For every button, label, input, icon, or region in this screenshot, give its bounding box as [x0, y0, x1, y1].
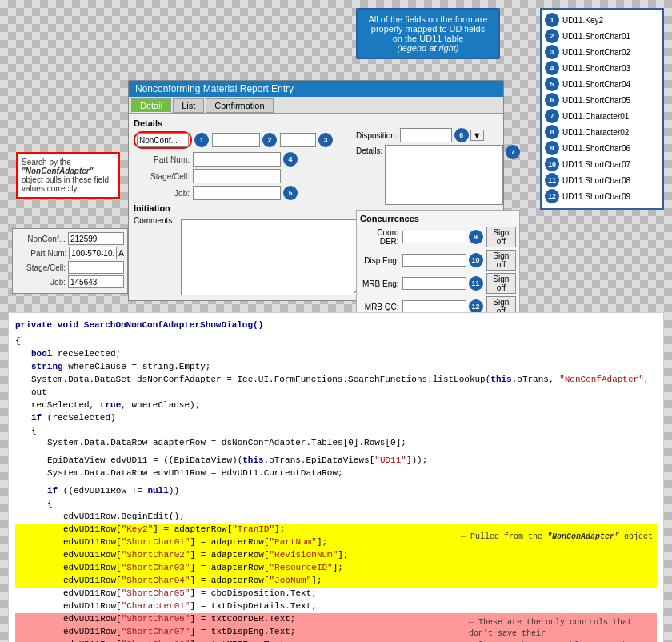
- code-line-char01: edvUD11Row["Character01"] = txtDispDetai…: [15, 600, 657, 613]
- code-yl-4: edvUD11Row["ShortChar03"] = adapterRow["…: [15, 562, 657, 575]
- sign-off-btn-0[interactable]: Sign off: [486, 227, 516, 247]
- concurrence-label-3: MRB QC:: [360, 303, 399, 311]
- callout-italic: (legend at right): [397, 43, 458, 53]
- stagecell-input[interactable]: [193, 169, 281, 183]
- code-line-7: EpiDataView edvUD11 = ((EpiDataView)(thi…: [15, 455, 657, 467]
- concurrence-input-0[interactable]: [402, 231, 466, 243]
- legend-num-2: 2: [545, 29, 559, 43]
- nonconf-input[interactable]: [137, 133, 189, 147]
- form-tabs: Detail List Confirmation: [129, 97, 503, 114]
- legend-item-11: 11UD11.ShortChar08: [545, 173, 659, 187]
- callout-text: All of the fields on the form are proper…: [368, 14, 487, 43]
- legend-label-8: UD11.Character02: [562, 128, 629, 137]
- legend-label-4: UD11.ShortChar03: [562, 64, 630, 73]
- form-right-section: Disposition: 6 ▼ Details: 7 Concurrences…: [356, 128, 520, 323]
- comments-label: Comments:: [134, 216, 174, 295]
- legend-item-12: 12UD11.ShortChar09: [545, 189, 659, 203]
- mini-job-input[interactable]: [68, 275, 124, 288]
- legend-item-3: 3UD11.ShortChar02: [545, 45, 659, 59]
- sign-off-btn-1[interactable]: Sign off: [486, 250, 516, 271]
- comments-textarea[interactable]: [181, 219, 361, 295]
- concurrence-badge-1: 10: [469, 253, 483, 267]
- legend-label-5: UD11.ShortChar04: [562, 80, 630, 89]
- job-label: Job:: [134, 189, 190, 198]
- partnum-input[interactable]: [193, 152, 281, 167]
- badge-2: 2: [262, 133, 277, 147]
- legend-item-10: 10UD11.ShortChar07: [545, 157, 659, 171]
- code-line-2: string whereClause = string.Empty;: [15, 361, 657, 374]
- details-header: Details: [134, 118, 498, 128]
- callout-box: All of the fields on the form are proper…: [356, 8, 500, 59]
- mini-stagecell-label: Stage/Cell:: [16, 263, 66, 272]
- legend-panel: 1UD11.Key22UD11.ShortChar013UD11.ShortCh…: [540, 8, 664, 210]
- code-line-3: System.Data.DataSet dsNonConfAdapter = I…: [15, 374, 657, 399]
- code-line-6: System.Data.DataRow adapterRow = dsNonCo…: [15, 437, 657, 450]
- legend-label-6: UD11.ShortChar05: [562, 96, 630, 105]
- nonconf-field2[interactable]: [212, 133, 260, 147]
- legend-label-1: UD11.Key2: [562, 16, 603, 25]
- disposition-input[interactable]: [400, 128, 452, 142]
- legend-label-2: UD11.ShortChar01: [562, 32, 630, 41]
- badge-5: 5: [283, 186, 298, 200]
- legend-num-10: 10: [545, 157, 559, 171]
- mini-stagecell-input[interactable]: [68, 261, 124, 274]
- legend-num-4: 4: [545, 61, 559, 75]
- legend-label-7: UD11.Character01: [562, 112, 629, 121]
- mini-nonconf-input[interactable]: [68, 232, 124, 245]
- badge-3: 3: [318, 133, 333, 147]
- concurrence-input-1[interactable]: [402, 254, 466, 267]
- legend-num-3: 3: [545, 45, 559, 59]
- code-line-9: if ((edvUD11Row != null)): [15, 485, 657, 498]
- disposition-label: Disposition:: [356, 131, 398, 140]
- code-line-5: if (recSelected): [15, 412, 657, 425]
- job-input[interactable]: [193, 186, 281, 200]
- nonconf-outline: [134, 131, 192, 149]
- legend-item-5: 5UD11.ShortChar04: [545, 77, 659, 91]
- legend-item-8: 8UD11.Character02: [545, 125, 659, 139]
- legend-num-12: 12: [545, 189, 559, 203]
- concurrences-title: Concurrences: [360, 214, 516, 223]
- mini-partnum-label: Part Num:: [16, 249, 66, 258]
- code-yl-5: edvUD11Row["ShortChar04"] = adapterRow["…: [15, 575, 657, 588]
- code-yl-3: edvUD11Row["ShortChar02"] = adapterRow["…: [15, 549, 657, 562]
- concurrence-label-0: Coord DER:: [360, 228, 399, 246]
- badge-7: 7: [506, 145, 520, 159]
- tab-confirmation[interactable]: Confirmation: [206, 98, 273, 113]
- legend-num-9: 9: [545, 141, 559, 155]
- concurrence-label-2: MRB Eng:: [360, 279, 399, 288]
- legend-item-1: 1UD11.Key2: [545, 13, 659, 27]
- concurrence-input-3[interactable]: [402, 300, 466, 313]
- nonconf-field3[interactable]: [280, 133, 316, 147]
- legend-label-11: UD11.ShortChar08: [562, 176, 630, 185]
- tab-detail[interactable]: Detail: [131, 98, 171, 113]
- stagecell-label: Stage/Cell:: [134, 172, 190, 181]
- legend-item-9: 9UD11.ShortChar06: [545, 141, 659, 155]
- legend-num-7: 7: [545, 109, 559, 123]
- legend-item-7: 7UD11.Character01: [545, 109, 659, 123]
- mini-job-label: Job:: [16, 278, 66, 287]
- legend-label-3: UD11.ShortChar02: [562, 48, 630, 57]
- search-text2: object pulls in these field values corre…: [22, 175, 109, 193]
- mini-form: NonConf... Part Num: A Stage/Cell: Job:: [12, 228, 128, 294]
- badge-4: 4: [283, 152, 298, 167]
- code-line-8: System.Data.DataRow edvUD11Row = edvUD11…: [15, 467, 657, 480]
- badge-6: 6: [454, 128, 469, 142]
- annotation-red: ← These are the only controls that don't…: [469, 617, 653, 642]
- form-title: Nonconforming Material Report Entry: [129, 81, 503, 97]
- legend-num-6: 6: [545, 93, 559, 107]
- details-textarea[interactable]: [385, 145, 503, 205]
- partnum-label: Part Num:: [134, 155, 190, 164]
- badge-1: 1: [194, 133, 209, 147]
- sign-off-btn-2[interactable]: Sign off: [486, 273, 516, 294]
- tab-list[interactable]: List: [173, 98, 204, 113]
- mini-nonconf-label: NonConf...: [16, 235, 66, 243]
- concurrence-input-2[interactable]: [402, 277, 466, 290]
- concurrence-label-1: Disp Eng:: [360, 256, 399, 265]
- concurrence-badge-0: 9: [469, 230, 483, 244]
- disposition-dropdown[interactable]: ▼: [470, 130, 484, 141]
- details-label: Details:: [356, 146, 382, 155]
- code-highlighted-red-block: edvUD11Row["ShortChar06"] = txtCoorDER.T…: [15, 613, 657, 642]
- mini-partnum-input[interactable]: [69, 247, 117, 259]
- code-line-4: recSelected, true, whereClause);: [15, 399, 657, 412]
- legend-label-9: UD11.ShortChar06: [562, 144, 630, 153]
